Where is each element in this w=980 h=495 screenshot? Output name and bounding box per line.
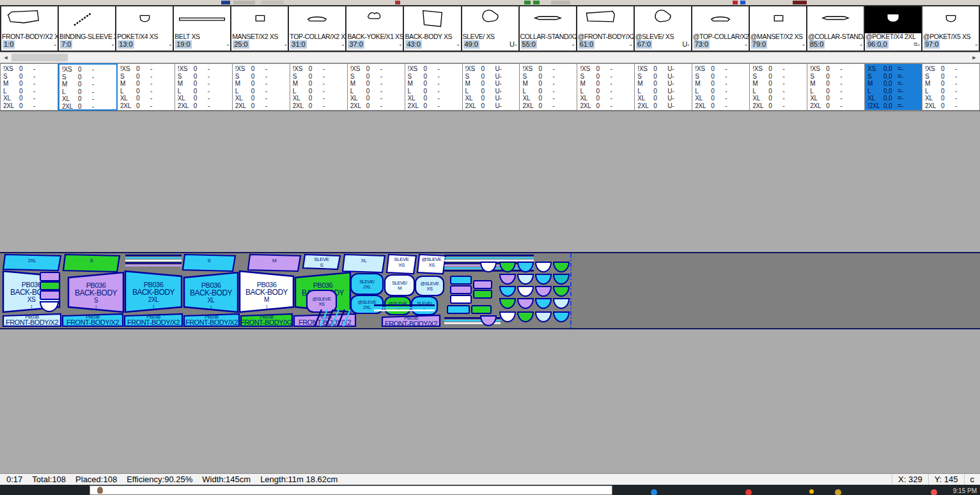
size-qty-row[interactable]: S0U- <box>465 73 520 81</box>
size-qty-row[interactable]: !XS0- <box>408 65 462 73</box>
marker-piece[interactable] <box>518 274 533 284</box>
size-qty-row[interactable]: L0- <box>350 88 405 95</box>
piece-thumbnail[interactable] <box>231 6 288 33</box>
piece-size-list[interactable]: !XS0U-S0U-M0U-L0U-XL0U-2XL0U- <box>463 63 520 111</box>
size-qty-row[interactable]: XL0- <box>293 95 347 102</box>
size-qty-row[interactable]: 2XL0- <box>925 102 979 110</box>
marker-piece[interactable] <box>374 304 435 311</box>
marker-piece[interactable] <box>518 287 533 296</box>
piece-size-list[interactable]: !XS0-S0-M0-L0-XL0-2XL0- <box>348 63 405 111</box>
size-qty-row[interactable]: 2XL0- <box>752 102 807 110</box>
size-qty-row[interactable]: !XS0- <box>810 65 864 73</box>
size-qty-row[interactable]: XL0- <box>925 95 979 102</box>
marker-piece[interactable] <box>554 287 569 296</box>
size-qty-row[interactable]: S0- <box>62 74 116 81</box>
size-qty-row[interactable]: !XS0- <box>925 65 979 73</box>
piece-column[interactable]: @SLEVE/ XS67:0U- <box>635 5 692 52</box>
marker-piece[interactable]: XL <box>343 255 385 272</box>
size-qty-row[interactable]: M0U- <box>465 80 520 88</box>
size-qty-row[interactable]: M0- <box>62 81 116 88</box>
size-qty-row[interactable]: L0- <box>522 88 577 95</box>
piece-size-list[interactable]: !XS0U-S0U-M0U-L0U-XL0U-2XL0U- <box>635 63 692 111</box>
toolbar-button[interactable] <box>524 1 531 4</box>
size-qty-row[interactable]: L0- <box>752 88 807 95</box>
piece-size-list[interactable]: !XS0-S0-M0-L0-XL0-2XL0- <box>922 63 980 111</box>
piece-column[interactable]: BACK-BODY XS43:0- <box>404 5 462 52</box>
piece-column[interactable]: SLEVE/ XS49:0U- <box>462 5 520 52</box>
size-qty-row[interactable]: 2XL0- <box>408 102 462 110</box>
piece-size-list[interactable]: !XS0-S0-M0-L0-XL0-2XL0- <box>175 63 233 111</box>
size-qty-row[interactable]: M0U- <box>637 80 692 88</box>
piece-column[interactable]: FRONT-BODY/X2 XS1:0- <box>0 5 59 52</box>
size-qty-row[interactable]: S0- <box>925 73 979 81</box>
size-qty-row[interactable]: M0- <box>293 80 347 88</box>
piece-thumbnail[interactable] <box>59 6 115 33</box>
size-qty-row[interactable]: M0- <box>925 80 979 88</box>
piece-column[interactable]: @FRONT-BODY/X261:0- <box>577 5 635 52</box>
size-qty-row[interactable]: 2XL0- <box>350 102 405 110</box>
size-qty-row[interactable]: L0- <box>580 88 634 95</box>
taskbar-app-icon[interactable] <box>651 489 657 495</box>
marker-piece[interactable]: PB036BACK-BODYXL↕ <box>184 272 238 312</box>
toolbar-button[interactable] <box>533 1 540 4</box>
size-qty-row[interactable]: M0- <box>408 80 462 88</box>
marker-piece[interactable]: PB036FRONT-BODY/X2 <box>63 314 123 326</box>
size-qty-row[interactable]: !XS0- <box>235 65 290 73</box>
piece-size-list[interactable]: !XS0-S0-M0-L0-XL0-2XL0- <box>750 63 807 111</box>
taskbar-app-icon[interactable] <box>931 489 937 495</box>
size-qty-row[interactable]: XL0,0=- <box>867 95 922 102</box>
piece-thumbnail[interactable] <box>346 6 403 33</box>
size-qty-row[interactable]: 2XL0- <box>235 102 290 110</box>
piece-column[interactable]: @COLLAR-STAND/X85:0- <box>807 5 865 52</box>
marker-piece[interactable] <box>536 312 551 322</box>
taskbar-app-icon[interactable] <box>835 489 841 495</box>
size-qty-row[interactable]: L0- <box>408 88 462 95</box>
marker-piece[interactable] <box>554 262 569 272</box>
size-qty-row[interactable]: M0- <box>810 80 864 88</box>
size-qty-row[interactable]: XL0- <box>695 95 749 102</box>
size-qty-row[interactable]: M0- <box>3 80 58 88</box>
marker-nest-canvas[interactable]: 2XLSSMSLEVESXLSLEVEXS@SLEVEXSPB036BACK-B… <box>0 253 573 328</box>
piece-size-list[interactable]: !XS0-S0-M0-L0-XL0-2XL0- <box>405 63 463 111</box>
size-qty-row[interactable]: L0- <box>925 88 979 95</box>
marker-workspace[interactable]: 2XLSSMSLEVESXLSLEVEXS@SLEVEXSPB036BACK-B… <box>0 111 980 473</box>
marker-piece[interactable]: SLEVES <box>303 255 340 269</box>
marker-piece[interactable]: M <box>248 255 300 271</box>
size-qty-row[interactable]: !XS0- <box>3 65 58 73</box>
marker-piece[interactable] <box>536 299 551 308</box>
piece-size-list[interactable]: !XS0-S0-M0-L0-XL0-2XL0- <box>290 63 348 111</box>
piece-thumbnail[interactable] <box>462 6 518 33</box>
piece-column[interactable]: MANSET/X2 XS25:0- <box>231 5 289 52</box>
taskbar-app-icon[interactable] <box>809 489 814 494</box>
piece-size-list[interactable]: !XS0-S0-M0-L0-XL0-2XL0- <box>520 63 577 111</box>
piece-thumbnail[interactable] <box>1 6 58 33</box>
scroll-left-icon[interactable]: ◄ <box>1 53 11 62</box>
size-qty-row[interactable]: XL0- <box>3 95 58 102</box>
marker-piece[interactable] <box>451 295 471 303</box>
size-qty-row[interactable]: 2XL0- <box>178 102 232 110</box>
marker-piece[interactable] <box>481 316 496 326</box>
size-qty-row[interactable]: !XS0- <box>580 65 634 73</box>
size-qty-row[interactable]: XL0- <box>752 95 807 102</box>
piece-thumbnail[interactable] <box>692 6 749 33</box>
marker-piece[interactable] <box>40 291 59 299</box>
size-qty-row[interactable]: 2XL0- <box>522 102 577 110</box>
marker-piece[interactable]: @SLEVEXS <box>416 276 444 295</box>
size-qty-row[interactable]: !XS0- <box>522 65 577 73</box>
piece-size-list[interactable]: XS0,0=-S0,0=-M0,0=-L0,0=-XL0,0=-!2XL0,0=… <box>865 63 922 111</box>
marker-piece[interactable] <box>500 274 515 284</box>
marker-piece[interactable]: PB036FRONT-BODY/X2 <box>125 314 182 326</box>
marker-piece[interactable] <box>451 276 471 284</box>
size-qty-row[interactable]: L0- <box>120 88 175 95</box>
size-qty-row[interactable]: XS0,0=- <box>867 65 922 73</box>
size-qty-row[interactable]: L0- <box>810 88 864 95</box>
piece-thumbnail[interactable] <box>577 6 634 33</box>
size-qty-row[interactable]: L0- <box>235 88 290 95</box>
size-qty-row[interactable]: !XS0- <box>178 65 232 73</box>
size-qty-row[interactable]: 2XL0U- <box>637 102 692 110</box>
size-qty-row[interactable]: S0- <box>350 73 405 81</box>
piece-thumbnail[interactable] <box>404 6 460 33</box>
marker-piece[interactable] <box>554 299 569 308</box>
marker-piece[interactable]: SLEVEXS <box>387 255 416 274</box>
size-qty-row[interactable]: XL0- <box>522 95 577 102</box>
